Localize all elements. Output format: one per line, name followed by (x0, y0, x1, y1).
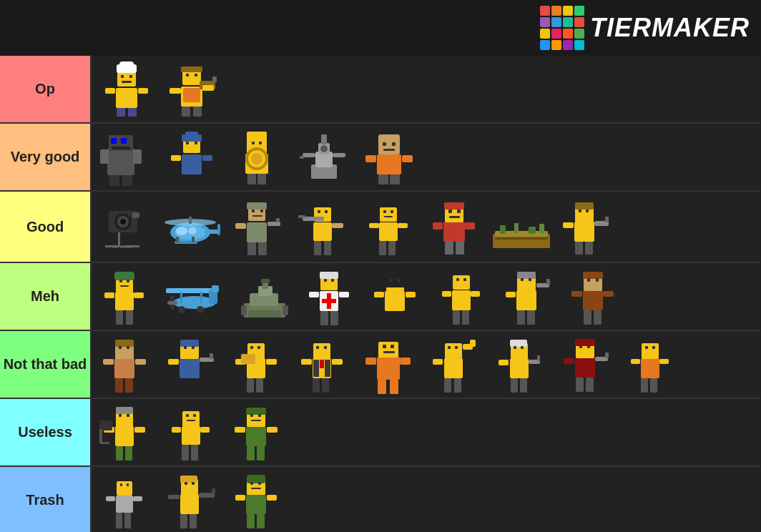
svg-rect-314 (125, 446, 132, 460)
list-item (160, 127, 225, 187)
tier-label-trash: Trash (0, 467, 90, 532)
svg-rect-46 (247, 132, 267, 140)
svg-rect-245 (247, 378, 254, 393)
list-item (423, 334, 488, 395)
svg-rect-93 (247, 242, 256, 255)
svg-rect-132 (514, 223, 519, 233)
svg-rect-141 (563, 222, 574, 228)
svg-rect-136 (574, 222, 594, 242)
tier-row-meh: Meh (0, 263, 761, 331)
list-item (358, 127, 422, 187)
svg-rect-220 (571, 291, 582, 297)
svg-rect-324 (182, 445, 189, 460)
svg-rect-331 (246, 426, 266, 446)
svg-rect-222 (587, 278, 590, 282)
list-item (431, 266, 495, 327)
svg-rect-322 (182, 426, 200, 445)
svg-rect-208 (517, 310, 525, 325)
svg-rect-1 (117, 71, 136, 87)
svg-rect-113 (388, 241, 396, 255)
svg-rect-307 (659, 359, 669, 364)
tier-row-good: Good (0, 192, 761, 263)
svg-rect-98 (252, 210, 255, 212)
svg-rect-188 (385, 272, 405, 279)
list-item (160, 266, 232, 327)
svg-rect-281 (455, 346, 458, 349)
svg-rect-271 (391, 345, 394, 348)
tier-content-very-good (90, 124, 761, 190)
svg-rect-177 (322, 299, 336, 303)
svg-rect-317 (99, 420, 112, 430)
svg-rect-318 (99, 429, 102, 443)
list-item (358, 334, 422, 395)
svg-rect-107 (332, 223, 343, 228)
svg-rect-238 (168, 359, 179, 365)
svg-rect-214 (529, 278, 531, 281)
svg-rect-320 (119, 414, 122, 417)
svg-rect-28 (122, 175, 132, 186)
svg-rect-304 (641, 378, 648, 393)
svg-rect-127 (457, 210, 461, 213)
svg-rect-209 (527, 310, 535, 325)
svg-rect-359 (246, 494, 266, 514)
svg-rect-133 (529, 227, 536, 234)
svg-rect-289 (499, 360, 509, 365)
svg-rect-351 (180, 476, 197, 483)
svg-rect-67 (392, 142, 396, 146)
svg-rect-116 (383, 210, 386, 213)
svg-rect-363 (257, 514, 265, 528)
list-item (555, 334, 619, 395)
svg-rect-347 (120, 483, 122, 486)
svg-rect-140 (585, 242, 593, 255)
svg-rect-105 (314, 241, 321, 255)
list-item (299, 266, 363, 327)
svg-rect-335 (257, 446, 265, 460)
svg-rect-362 (247, 514, 255, 528)
svg-rect-303 (642, 343, 659, 359)
svg-rect-228 (125, 378, 133, 393)
svg-rect-201 (442, 291, 451, 297)
svg-rect-306 (631, 359, 640, 364)
svg-rect-122 (445, 242, 453, 255)
svg-rect-299 (605, 353, 609, 358)
svg-rect-337 (267, 427, 278, 433)
svg-rect-294 (575, 339, 595, 346)
svg-rect-258 (322, 378, 329, 393)
svg-rect-217 (583, 272, 603, 279)
svg-rect-84 (189, 217, 192, 224)
svg-rect-14 (181, 66, 202, 72)
svg-rect-12 (183, 88, 200, 102)
svg-rect-179 (320, 272, 338, 279)
svg-rect-366 (250, 482, 253, 485)
svg-rect-146 (115, 292, 134, 310)
list-item (160, 197, 225, 257)
svg-rect-47 (247, 174, 256, 184)
svg-point-45 (251, 153, 262, 164)
svg-rect-265 (378, 342, 398, 358)
svg-rect-19 (170, 88, 181, 94)
svg-rect-266 (378, 380, 386, 394)
svg-rect-125 (465, 222, 475, 230)
tiermaker-logo: TiERMAKER (540, 6, 750, 50)
svg-rect-232 (127, 346, 129, 349)
svg-rect-57 (300, 156, 304, 159)
svg-rect-32 (182, 154, 202, 174)
svg-rect-352 (180, 514, 187, 528)
svg-rect-0 (116, 88, 137, 108)
svg-rect-240 (210, 353, 213, 359)
svg-rect-202 (471, 291, 480, 297)
svg-rect-358 (192, 482, 195, 485)
tier-row-op: Op (0, 56, 761, 124)
svg-rect-343 (116, 513, 122, 528)
svg-rect-196 (397, 279, 400, 282)
svg-rect-64 (365, 155, 376, 162)
svg-rect-22 (195, 74, 197, 77)
svg-rect-39 (202, 155, 212, 161)
svg-rect-215 (583, 290, 603, 310)
svg-rect-197 (452, 290, 471, 310)
tier-content-trash (90, 467, 761, 532)
svg-rect-325 (191, 445, 198, 460)
svg-rect-211 (546, 279, 550, 285)
svg-rect-330 (187, 420, 195, 421)
svg-rect-192 (396, 311, 403, 325)
